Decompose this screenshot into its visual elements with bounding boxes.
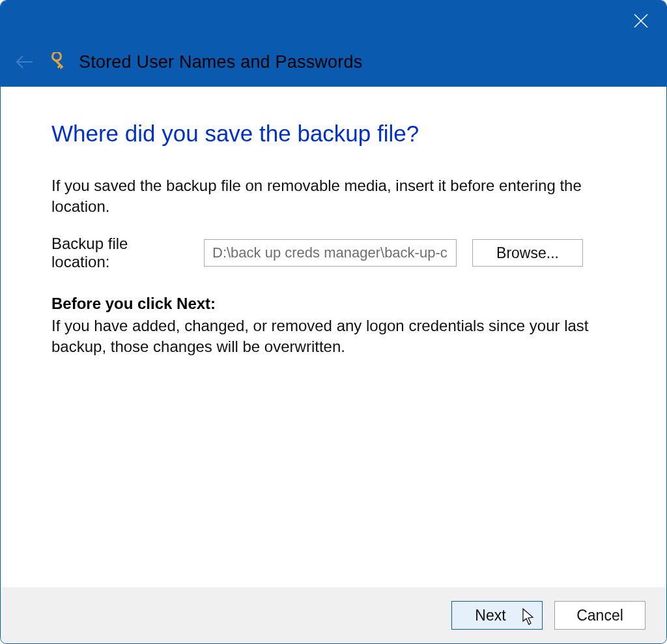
svg-marker-7 [523, 609, 533, 624]
wizard-content: Where did you save the backup file? If y… [1, 87, 666, 587]
page-heading: Where did you save the backup file? [51, 121, 616, 147]
overwrite-warning-text: If you have added, changed, or removed a… [51, 315, 616, 357]
window-title: Stored User Names and Passwords [79, 52, 362, 72]
instruction-text: If you saved the backup file on removabl… [51, 175, 616, 216]
file-location-input[interactable] [204, 239, 457, 267]
cancel-button[interactable]: Cancel [554, 601, 646, 630]
cursor-icon [522, 608, 535, 626]
wizard-window: Stored User Names and Passwords Where di… [0, 0, 667, 644]
before-next-label: Before you click Next: [51, 295, 616, 313]
file-location-label: Backup file location: [51, 235, 188, 271]
close-icon[interactable] [634, 14, 651, 31]
browse-button[interactable]: Browse... [472, 239, 583, 267]
back-arrow-icon[interactable] [15, 52, 35, 72]
next-button[interactable]: Next [451, 601, 543, 630]
title-bar: Stored User Names and Passwords [1, 1, 666, 87]
wizard-footer: Next Cancel [1, 587, 666, 643]
key-icon [46, 51, 67, 72]
file-location-row: Backup file location: Browse... [51, 235, 616, 271]
next-button-label: Next [475, 607, 505, 624]
